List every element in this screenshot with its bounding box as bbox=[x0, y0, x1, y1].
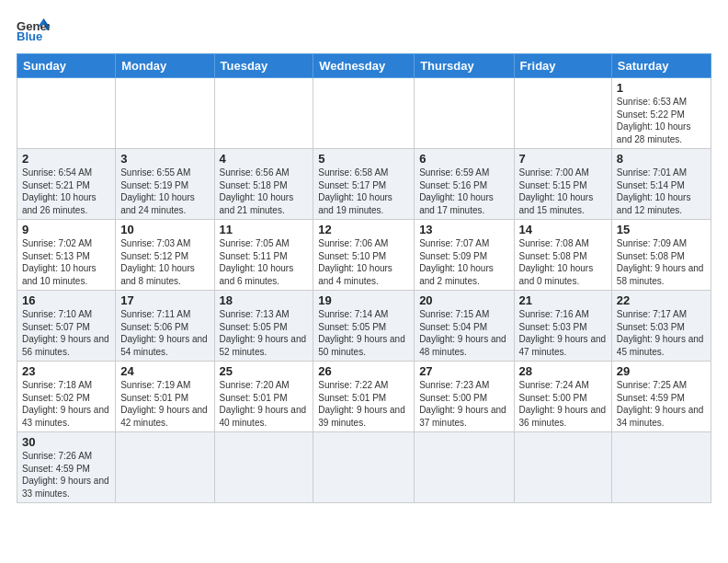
calendar-cell: 5Sunrise: 6:58 AM Sunset: 5:17 PM Daylig… bbox=[313, 149, 415, 220]
day-info: Sunrise: 7:19 AM Sunset: 5:01 PM Dayligh… bbox=[120, 379, 209, 429]
calendar-cell bbox=[415, 432, 514, 503]
weekday-header-thursday: Thursday bbox=[415, 54, 514, 78]
day-info: Sunrise: 7:20 AM Sunset: 5:01 PM Dayligh… bbox=[220, 379, 309, 429]
weekday-header-sunday: Sunday bbox=[17, 54, 116, 78]
day-number: 19 bbox=[318, 293, 409, 307]
page: General Blue SundayMondayTuesdayWednesda… bbox=[0, 0, 728, 563]
weekday-header-friday: Friday bbox=[514, 54, 611, 78]
day-number: 26 bbox=[318, 364, 409, 378]
day-info: Sunrise: 7:18 AM Sunset: 5:02 PM Dayligh… bbox=[22, 379, 110, 429]
calendar-week-row: 16Sunrise: 7:10 AM Sunset: 5:07 PM Dayli… bbox=[17, 291, 711, 362]
day-info: Sunrise: 7:13 AM Sunset: 5:05 PM Dayligh… bbox=[220, 308, 309, 358]
logo-icon: General Blue bbox=[17, 17, 50, 44]
calendar-cell bbox=[514, 78, 611, 149]
day-number: 13 bbox=[419, 223, 508, 236]
day-number: 15 bbox=[617, 223, 706, 236]
day-number: 2 bbox=[22, 152, 110, 166]
day-number: 22 bbox=[617, 293, 706, 307]
calendar-cell: 12Sunrise: 7:06 AM Sunset: 5:10 PM Dayli… bbox=[313, 220, 415, 291]
day-number: 9 bbox=[22, 223, 110, 236]
day-info: Sunrise: 7:24 AM Sunset: 5:00 PM Dayligh… bbox=[519, 379, 607, 429]
day-number: 17 bbox=[120, 293, 209, 307]
day-info: Sunrise: 7:23 AM Sunset: 5:00 PM Dayligh… bbox=[419, 379, 508, 429]
calendar-cell: 22Sunrise: 7:17 AM Sunset: 5:03 PM Dayli… bbox=[611, 291, 711, 362]
day-number: 25 bbox=[220, 364, 309, 378]
day-number: 18 bbox=[220, 293, 309, 307]
calendar-cell: 28Sunrise: 7:24 AM Sunset: 5:00 PM Dayli… bbox=[514, 362, 611, 432]
day-number: 21 bbox=[519, 293, 607, 307]
day-info: Sunrise: 7:14 AM Sunset: 5:05 PM Dayligh… bbox=[318, 308, 409, 358]
calendar-cell: 4Sunrise: 6:56 AM Sunset: 5:18 PM Daylig… bbox=[214, 149, 313, 220]
weekday-header-row: SundayMondayTuesdayWednesdayThursdayFrid… bbox=[17, 54, 711, 78]
day-info: Sunrise: 7:17 AM Sunset: 5:03 PM Dayligh… bbox=[617, 308, 706, 358]
day-number: 27 bbox=[419, 364, 508, 378]
day-info: Sunrise: 7:11 AM Sunset: 5:06 PM Dayligh… bbox=[120, 308, 209, 358]
day-info: Sunrise: 7:22 AM Sunset: 5:01 PM Dayligh… bbox=[318, 379, 409, 429]
calendar-cell: 10Sunrise: 7:03 AM Sunset: 5:12 PM Dayli… bbox=[116, 220, 214, 291]
day-info: Sunrise: 7:10 AM Sunset: 5:07 PM Dayligh… bbox=[22, 308, 110, 358]
day-number: 12 bbox=[318, 223, 409, 236]
calendar-cell: 25Sunrise: 7:20 AM Sunset: 5:01 PM Dayli… bbox=[214, 362, 313, 432]
calendar-cell: 8Sunrise: 7:01 AM Sunset: 5:14 PM Daylig… bbox=[611, 149, 711, 220]
day-number: 1 bbox=[617, 81, 706, 95]
svg-text:Blue: Blue bbox=[17, 29, 42, 43]
calendar-cell: 30Sunrise: 7:26 AM Sunset: 4:59 PM Dayli… bbox=[17, 432, 116, 503]
day-number: 6 bbox=[419, 152, 508, 166]
day-info: Sunrise: 7:07 AM Sunset: 5:09 PM Dayligh… bbox=[419, 237, 508, 287]
calendar-week-row: 23Sunrise: 7:18 AM Sunset: 5:02 PM Dayli… bbox=[17, 362, 711, 432]
day-number: 20 bbox=[419, 293, 508, 307]
day-number: 28 bbox=[519, 364, 607, 378]
calendar-cell bbox=[514, 432, 611, 503]
calendar-cell bbox=[611, 432, 711, 503]
calendar-cell bbox=[116, 78, 214, 149]
day-info: Sunrise: 6:58 AM Sunset: 5:17 PM Dayligh… bbox=[318, 167, 409, 216]
day-info: Sunrise: 7:25 AM Sunset: 4:59 PM Dayligh… bbox=[617, 379, 706, 429]
calendar-cell: 3Sunrise: 6:55 AM Sunset: 5:19 PM Daylig… bbox=[116, 149, 214, 220]
day-number: 14 bbox=[519, 223, 607, 236]
day-number: 7 bbox=[519, 152, 607, 166]
day-number: 5 bbox=[318, 152, 409, 166]
calendar-cell bbox=[313, 432, 415, 503]
weekday-header-wednesday: Wednesday bbox=[313, 54, 415, 78]
calendar-cell: 18Sunrise: 7:13 AM Sunset: 5:05 PM Dayli… bbox=[214, 291, 313, 362]
calendar-cell: 15Sunrise: 7:09 AM Sunset: 5:08 PM Dayli… bbox=[611, 220, 711, 291]
day-info: Sunrise: 7:05 AM Sunset: 5:11 PM Dayligh… bbox=[220, 237, 309, 287]
calendar-cell bbox=[214, 432, 313, 503]
day-number: 3 bbox=[120, 152, 209, 166]
calendar-cell: 2Sunrise: 6:54 AM Sunset: 5:21 PM Daylig… bbox=[17, 149, 116, 220]
calendar-table: SundayMondayTuesdayWednesdayThursdayFrid… bbox=[17, 53, 711, 503]
calendar-cell: 29Sunrise: 7:25 AM Sunset: 4:59 PM Dayli… bbox=[611, 362, 711, 432]
day-info: Sunrise: 6:59 AM Sunset: 5:16 PM Dayligh… bbox=[419, 167, 508, 216]
calendar-cell: 9Sunrise: 7:02 AM Sunset: 5:13 PM Daylig… bbox=[17, 220, 116, 291]
calendar-week-row: 9Sunrise: 7:02 AM Sunset: 5:13 PM Daylig… bbox=[17, 220, 711, 291]
day-info: Sunrise: 7:06 AM Sunset: 5:10 PM Dayligh… bbox=[318, 237, 409, 287]
calendar-cell bbox=[116, 432, 214, 503]
day-info: Sunrise: 7:03 AM Sunset: 5:12 PM Dayligh… bbox=[120, 237, 209, 287]
day-info: Sunrise: 7:02 AM Sunset: 5:13 PM Dayligh… bbox=[22, 237, 110, 287]
day-number: 16 bbox=[22, 293, 110, 307]
calendar-cell: 24Sunrise: 7:19 AM Sunset: 5:01 PM Dayli… bbox=[116, 362, 214, 432]
day-number: 10 bbox=[120, 223, 209, 236]
calendar-cell bbox=[214, 78, 313, 149]
day-number: 29 bbox=[617, 364, 706, 378]
calendar-cell: 23Sunrise: 7:18 AM Sunset: 5:02 PM Dayli… bbox=[17, 362, 116, 432]
calendar-cell: 27Sunrise: 7:23 AM Sunset: 5:00 PM Dayli… bbox=[415, 362, 514, 432]
day-number: 8 bbox=[617, 152, 706, 166]
calendar-cell: 17Sunrise: 7:11 AM Sunset: 5:06 PM Dayli… bbox=[116, 291, 214, 362]
day-info: Sunrise: 6:53 AM Sunset: 5:22 PM Dayligh… bbox=[617, 96, 706, 145]
weekday-header-monday: Monday bbox=[116, 54, 214, 78]
day-info: Sunrise: 6:56 AM Sunset: 5:18 PM Dayligh… bbox=[220, 167, 309, 216]
day-info: Sunrise: 7:09 AM Sunset: 5:08 PM Dayligh… bbox=[617, 237, 706, 287]
calendar-cell: 1Sunrise: 6:53 AM Sunset: 5:22 PM Daylig… bbox=[611, 78, 711, 149]
day-info: Sunrise: 7:16 AM Sunset: 5:03 PM Dayligh… bbox=[519, 308, 607, 358]
calendar-cell: 26Sunrise: 7:22 AM Sunset: 5:01 PM Dayli… bbox=[313, 362, 415, 432]
calendar-cell: 21Sunrise: 7:16 AM Sunset: 5:03 PM Dayli… bbox=[514, 291, 611, 362]
day-info: Sunrise: 7:01 AM Sunset: 5:14 PM Dayligh… bbox=[617, 167, 706, 216]
calendar-cell bbox=[415, 78, 514, 149]
logo: General Blue bbox=[17, 17, 50, 44]
day-number: 24 bbox=[120, 364, 209, 378]
calendar-cell: 7Sunrise: 7:00 AM Sunset: 5:15 PM Daylig… bbox=[514, 149, 611, 220]
calendar-cell bbox=[17, 78, 116, 149]
calendar-cell: 20Sunrise: 7:15 AM Sunset: 5:04 PM Dayli… bbox=[415, 291, 514, 362]
calendar-week-row: 1Sunrise: 6:53 AM Sunset: 5:22 PM Daylig… bbox=[17, 78, 711, 149]
